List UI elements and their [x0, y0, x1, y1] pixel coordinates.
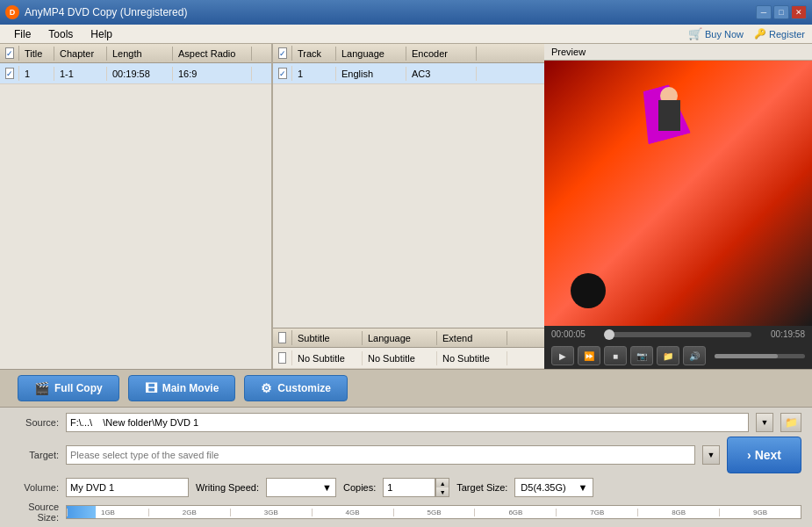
customize-label: Customize [277, 382, 331, 394]
td-aspect: 16:9 [173, 67, 252, 81]
size-tick-5gb: 5GB [393, 509, 475, 516]
td-length: 00:19:58 [107, 67, 173, 81]
volume-input[interactable] [66, 478, 189, 497]
target-dropdown-button[interactable]: ▼ [702, 445, 720, 465]
th-sub-language: Language [363, 331, 437, 345]
bottom-panel: Source: ▼ 📁 Target: ▼ › Next Volume: Wri… [0, 408, 812, 527]
track-table-header: ✓ Track Language Encoder [273, 44, 544, 63]
size-tick-1gb: 1GB [67, 509, 148, 516]
td-sub-language: No Subtitle [363, 351, 437, 365]
td-check-track[interactable]: ✓ [273, 66, 292, 81]
volume-icon[interactable]: 🔊 [683, 346, 706, 365]
menu-tools[interactable]: Tools [41, 26, 80, 42]
target-size-label: Target Size: [456, 482, 507, 493]
writing-speed-dropdown[interactable]: ▼ [266, 478, 336, 497]
minimize-button[interactable]: ─ [756, 5, 772, 19]
td-language: English [336, 67, 406, 81]
menu-help[interactable]: Help [83, 26, 119, 42]
th-length: Length [107, 47, 173, 61]
th-check-video: ✓ [0, 46, 19, 61]
source-label: Source: [11, 417, 59, 428]
header-checkbox-video[interactable]: ✓ [5, 47, 14, 59]
td-encoder: AC3 [406, 67, 477, 81]
td-chapter: 1-1 [54, 67, 107, 81]
window-controls: ─ □ ✕ [756, 5, 807, 19]
register-button[interactable]: 🔑 Register [754, 28, 805, 40]
th-subtitle: Subtitle [292, 331, 363, 345]
source-folder-button[interactable]: 📁 [780, 413, 801, 432]
copies-input[interactable] [383, 478, 435, 497]
size-tick-8gb: 8GB [637, 509, 719, 516]
size-bar-labels: 1GB 2GB 3GB 4GB 5GB 6GB 7GB 8GB 9GB [67, 506, 801, 518]
preview-video [544, 61, 812, 326]
menu-bar: File Tools Help 🛒 Buy Now 🔑 Register [0, 25, 812, 44]
source-size-row: Source Size: 1GB 2GB 3GB 4GB 5GB 6GB 7GB… [11, 502, 801, 523]
source-dropdown-button[interactable]: ▼ [756, 413, 773, 432]
size-tick-9gb: 9GB [719, 509, 801, 516]
row-checkbox-track[interactable]: ✓ [278, 68, 287, 79]
menu-right-actions: 🛒 Buy Now 🔑 Register [688, 27, 805, 40]
target-size-dropdown[interactable]: D5(4.35G) ▼ [514, 478, 593, 497]
customize-icon: ⚙ [261, 381, 272, 395]
fast-forward-button[interactable]: ⏩ [578, 346, 600, 365]
app-title: AnyMP4 DVD Copy (Unregistered) [25, 6, 756, 18]
buy-now-button[interactable]: 🛒 Buy Now [688, 27, 744, 40]
track-table-row[interactable]: ✓ 1 English AC3 [273, 63, 544, 84]
size-tick-3gb: 3GB [230, 509, 312, 516]
main-movie-label: Main Movie [162, 382, 219, 394]
subtitle-table-row[interactable]: No Subtitle No Subtitle No Subtitle [273, 348, 544, 369]
folder-open-button[interactable]: 📁 [657, 346, 679, 365]
td-check-subtitle[interactable] [273, 350, 292, 365]
th-track: Track [292, 47, 336, 61]
spin-down-button[interactable]: ▼ [436, 487, 449, 496]
seek-track[interactable] [605, 332, 751, 337]
full-copy-label: Full Copy [54, 382, 103, 394]
left-panel: ✓ Title Chapter Length Aspect Radio ✓ 1 … [0, 44, 272, 369]
menu-file[interactable]: File [7, 26, 38, 42]
maximize-button[interactable]: □ [773, 5, 789, 19]
main-content: ✓ Title Chapter Length Aspect Radio ✓ 1 … [0, 44, 812, 369]
menu-items: File Tools Help [7, 26, 119, 42]
stop-button[interactable]: ■ [604, 346, 627, 365]
target-input[interactable] [66, 445, 695, 465]
video-table-row[interactable]: ✓ 1 1-1 00:19:58 16:9 [0, 63, 271, 84]
close-button[interactable]: ✕ [791, 5, 807, 19]
row-checkbox-subtitle[interactable] [278, 352, 286, 364]
ball-shadow [571, 273, 606, 308]
play-button[interactable]: ▶ [551, 346, 574, 365]
writing-speed-label: Writing Speed: [196, 482, 259, 493]
source-input[interactable] [66, 413, 749, 432]
volume-fill [715, 354, 778, 358]
full-copy-button[interactable]: 🎬 Full Copy [18, 375, 119, 401]
total-time: 00:19:58 [757, 329, 805, 339]
main-movie-button[interactable]: 🎞 Main Movie [128, 375, 236, 401]
header-checkbox-subtitle[interactable] [278, 332, 286, 343]
video-table: ✓ Title Chapter Length Aspect Radio ✓ 1 … [0, 44, 271, 369]
td-title: 1 [19, 67, 54, 81]
th-language: Language [336, 47, 406, 61]
full-copy-icon: 🎬 [34, 381, 49, 395]
td-check-video[interactable]: ✓ [0, 66, 19, 81]
screenshot-button[interactable]: 📷 [630, 346, 653, 365]
volume-label: Volume: [11, 482, 59, 493]
key-icon: 🔑 [754, 28, 766, 40]
spin-up-button[interactable]: ▲ [436, 479, 449, 487]
subtitle-table-header: Subtitle Language Extend [273, 328, 544, 348]
seek-thumb[interactable] [604, 329, 614, 340]
th-check-subtitle [273, 330, 292, 345]
row-checkbox-video[interactable]: ✓ [5, 68, 14, 79]
next-button[interactable]: › Next [727, 437, 801, 473]
writing-speed-arrow: ▼ [322, 482, 332, 493]
customize-button[interactable]: ⚙ Customize [244, 375, 348, 401]
size-tick-7gb: 7GB [556, 509, 637, 516]
cart-icon: 🛒 [688, 27, 702, 40]
copy-mode-bar: 🎬 Full Copy 🎞 Main Movie ⚙ Customize [0, 369, 812, 408]
header-checkbox-track[interactable]: ✓ [278, 47, 287, 59]
register-label: Register [769, 29, 805, 40]
volume-track[interactable] [715, 354, 805, 358]
size-tick-2gb: 2GB [148, 509, 230, 516]
seek-bar-area: 00:00:05 00:19:58 [544, 326, 812, 343]
buy-now-label: Buy Now [705, 29, 744, 40]
character-body [658, 100, 680, 131]
th-chapter: Chapter [54, 47, 107, 61]
